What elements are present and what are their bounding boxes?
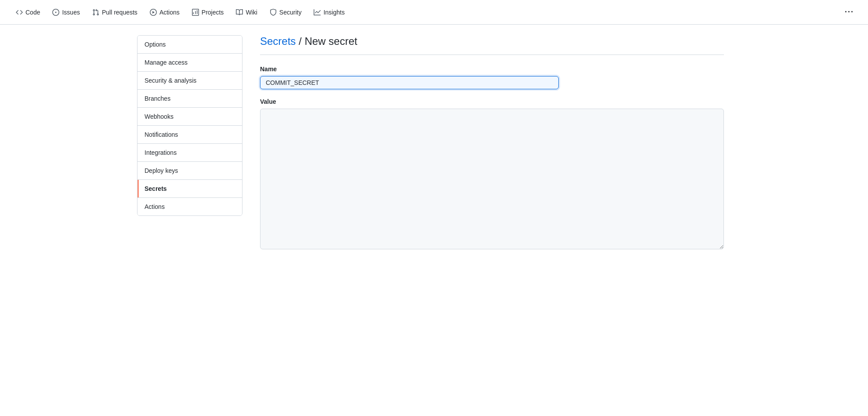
nav-label-actions: Actions bbox=[159, 9, 180, 16]
breadcrumb-current: / New secret bbox=[299, 35, 357, 47]
projects-icon bbox=[192, 9, 199, 16]
nav-label-code: Code bbox=[25, 9, 40, 16]
sidebar-label-branches: Branches bbox=[145, 95, 170, 102]
sidebar-label-secrets: Secrets bbox=[145, 185, 167, 192]
nav-item-security[interactable]: Security bbox=[264, 5, 307, 19]
main-content: Secrets / New secret Name Value bbox=[253, 35, 731, 259]
page-header: Secrets / New secret bbox=[260, 35, 724, 55]
name-label: Name bbox=[260, 66, 724, 73]
nav-item-code[interactable]: Code bbox=[11, 5, 45, 19]
main-layout: Options Manage access Security & analysi… bbox=[127, 25, 741, 270]
nav-item-wiki[interactable]: Wiki bbox=[231, 5, 262, 19]
sidebar-item-secrets[interactable]: Secrets bbox=[137, 180, 242, 198]
settings-sidebar: Options Manage access Security & analysi… bbox=[137, 35, 242, 216]
nav-label-issues: Issues bbox=[62, 9, 80, 16]
sidebar-label-security-analysis: Security & analysis bbox=[145, 77, 196, 84]
nav-label-projects: Projects bbox=[202, 9, 224, 16]
sidebar-label-notifications: Notifications bbox=[145, 131, 178, 138]
sidebar-label-integrations: Integrations bbox=[145, 149, 177, 156]
nav-item-projects[interactable]: Projects bbox=[187, 5, 229, 19]
sidebar-item-options[interactable]: Options bbox=[137, 36, 242, 54]
sidebar-item-actions[interactable]: Actions bbox=[137, 198, 242, 215]
sidebar-item-notifications[interactable]: Notifications bbox=[137, 126, 242, 144]
page-title: Secrets / New secret bbox=[260, 35, 724, 47]
pr-icon bbox=[92, 9, 99, 16]
sidebar-label-webhooks: Webhooks bbox=[145, 113, 174, 120]
sidebar-item-webhooks[interactable]: Webhooks bbox=[137, 108, 242, 126]
nav-item-issues[interactable]: Issues bbox=[47, 5, 85, 19]
nav-label-insights: Insights bbox=[323, 9, 344, 16]
value-textarea[interactable] bbox=[260, 109, 724, 249]
value-section: Value bbox=[260, 98, 724, 251]
name-input[interactable] bbox=[260, 76, 559, 89]
insights-icon bbox=[314, 9, 321, 16]
top-nav: Code Issues Pull requests Actions bbox=[0, 0, 868, 25]
name-section: Name bbox=[260, 66, 724, 89]
nav-item-pull-requests[interactable]: Pull requests bbox=[87, 5, 143, 19]
nav-label-pr: Pull requests bbox=[102, 9, 137, 16]
sidebar-item-manage-access[interactable]: Manage access bbox=[137, 54, 242, 72]
sidebar-item-deploy-keys[interactable]: Deploy keys bbox=[137, 162, 242, 180]
issues-icon bbox=[52, 9, 59, 16]
value-label: Value bbox=[260, 98, 724, 105]
nav-more-button[interactable]: ··· bbox=[841, 4, 857, 20]
code-icon bbox=[16, 9, 23, 16]
sidebar-item-security-analysis[interactable]: Security & analysis bbox=[137, 72, 242, 90]
nav-label-security: Security bbox=[279, 9, 302, 16]
sidebar-item-branches[interactable]: Branches bbox=[137, 90, 242, 108]
nav-item-insights[interactable]: Insights bbox=[308, 5, 350, 19]
security-icon bbox=[270, 9, 277, 16]
sidebar-item-integrations[interactable]: Integrations bbox=[137, 144, 242, 162]
nav-label-wiki: Wiki bbox=[246, 9, 257, 16]
sidebar-label-manage-access: Manage access bbox=[145, 59, 188, 66]
sidebar-label-actions: Actions bbox=[145, 203, 165, 210]
sidebar-label-deploy-keys: Deploy keys bbox=[145, 167, 178, 174]
breadcrumb-link[interactable]: Secrets bbox=[260, 35, 296, 47]
nav-item-actions[interactable]: Actions bbox=[145, 5, 185, 19]
sidebar-label-options: Options bbox=[145, 41, 166, 48]
actions-icon bbox=[150, 9, 157, 16]
wiki-icon bbox=[236, 9, 243, 16]
